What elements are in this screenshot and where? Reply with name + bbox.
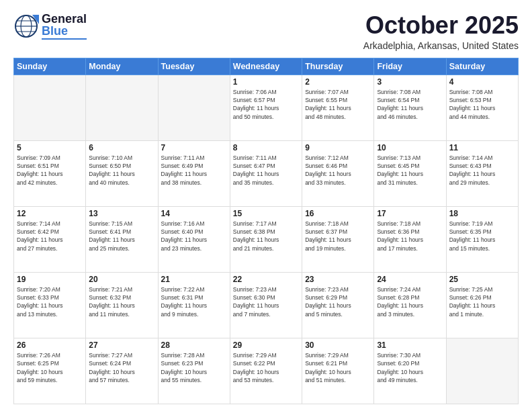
day-info: Sunrise: 7:22 AMSunset: 6:31 PMDaylight:… — [161, 285, 227, 318]
day-number: 25 — [449, 275, 515, 284]
day-info: Sunrise: 7:20 AMSunset: 6:33 PMDaylight:… — [17, 285, 83, 318]
day-number: 2 — [305, 77, 371, 87]
table-row: 2Sunrise: 7:07 AMSunset: 6:55 PMDaylight… — [302, 75, 374, 140]
table-row: 21Sunrise: 7:22 AMSunset: 6:31 PMDayligh… — [158, 272, 230, 338]
table-row: 16Sunrise: 7:18 AMSunset: 6:37 PMDayligh… — [302, 206, 374, 272]
table-row: 29Sunrise: 7:29 AMSunset: 6:22 PMDayligh… — [230, 338, 302, 404]
day-info: Sunrise: 7:14 AMSunset: 6:43 PMDaylight:… — [449, 154, 515, 187]
day-info: Sunrise: 7:10 AMSunset: 6:50 PMDaylight:… — [89, 154, 154, 187]
day-number: 22 — [233, 275, 299, 284]
table-row: 9Sunrise: 7:12 AMSunset: 6:46 PMDaylight… — [302, 140, 374, 206]
day-number: 6 — [89, 143, 154, 152]
day-info: Sunrise: 7:25 AMSunset: 6:26 PMDaylight:… — [449, 285, 515, 318]
col-thursday: Thursday — [302, 58, 374, 75]
day-number: 7 — [161, 143, 227, 152]
day-number: 10 — [377, 143, 443, 152]
table-row: 24Sunrise: 7:24 AMSunset: 6:28 PMDayligh… — [374, 272, 446, 338]
day-info: Sunrise: 7:11 AMSunset: 6:49 PMDaylight:… — [161, 154, 227, 187]
day-number: 26 — [17, 340, 83, 350]
calendar-week-row: 19Sunrise: 7:20 AMSunset: 6:33 PMDayligh… — [14, 272, 519, 338]
day-info: Sunrise: 7:08 AMSunset: 6:54 PMDaylight:… — [377, 88, 443, 121]
table-row: 3Sunrise: 7:08 AMSunset: 6:54 PMDaylight… — [374, 75, 446, 140]
table-row: 25Sunrise: 7:25 AMSunset: 6:26 PMDayligh… — [446, 272, 518, 338]
table-row: 5Sunrise: 7:09 AMSunset: 6:51 PMDaylight… — [14, 140, 86, 206]
table-row: 7Sunrise: 7:11 AMSunset: 6:49 PMDaylight… — [158, 140, 230, 206]
day-number: 12 — [17, 209, 83, 218]
day-number: 1 — [233, 77, 299, 87]
day-number: 14 — [161, 209, 227, 218]
day-info: Sunrise: 7:15 AMSunset: 6:41 PMDaylight:… — [89, 220, 154, 253]
title-block: October 2025 Arkadelphia, Arkansas, Unit… — [363, 12, 519, 51]
day-info: Sunrise: 7:30 AMSunset: 6:20 PMDaylight:… — [377, 351, 443, 384]
day-number: 16 — [305, 209, 371, 218]
svg-marker-5 — [32, 15, 39, 24]
col-sunday: Sunday — [14, 58, 86, 75]
col-tuesday: Tuesday — [158, 58, 230, 75]
day-info: Sunrise: 7:08 AMSunset: 6:53 PMDaylight:… — [449, 88, 515, 121]
day-info: Sunrise: 7:12 AMSunset: 6:46 PMDaylight:… — [305, 154, 371, 187]
day-info: Sunrise: 7:23 AMSunset: 6:30 PMDaylight:… — [233, 285, 299, 318]
day-number: 5 — [17, 143, 83, 152]
calendar-week-row: 26Sunrise: 7:26 AMSunset: 6:25 PMDayligh… — [14, 338, 519, 404]
logo-general-text: General — [42, 13, 87, 25]
col-friday: Friday — [374, 58, 446, 75]
day-number: 17 — [377, 209, 443, 218]
day-info: Sunrise: 7:09 AMSunset: 6:51 PMDaylight:… — [17, 154, 83, 187]
logo-icon — [13, 12, 39, 40]
day-info: Sunrise: 7:16 AMSunset: 6:40 PMDaylight:… — [161, 220, 227, 253]
day-number: 9 — [305, 143, 371, 152]
table-row: 12Sunrise: 7:14 AMSunset: 6:42 PMDayligh… — [14, 206, 86, 272]
calendar-week-row: 1Sunrise: 7:06 AMSunset: 6:57 PMDaylight… — [14, 75, 519, 140]
table-row — [446, 338, 518, 404]
table-row: 14Sunrise: 7:16 AMSunset: 6:40 PMDayligh… — [158, 206, 230, 272]
table-row: 23Sunrise: 7:23 AMSunset: 6:29 PMDayligh… — [302, 272, 374, 338]
table-row — [86, 75, 158, 140]
day-number: 19 — [17, 275, 83, 284]
logo-blue-text: Blue — [42, 25, 87, 37]
day-info: Sunrise: 7:19 AMSunset: 6:35 PMDaylight:… — [449, 220, 515, 253]
location: Arkadelphia, Arkansas, United States — [363, 40, 519, 51]
day-number: 13 — [89, 209, 154, 218]
table-row: 10Sunrise: 7:13 AMSunset: 6:45 PMDayligh… — [374, 140, 446, 206]
table-row: 4Sunrise: 7:08 AMSunset: 6:53 PMDaylight… — [446, 75, 518, 140]
day-info: Sunrise: 7:26 AMSunset: 6:25 PMDaylight:… — [17, 351, 83, 384]
page: General Blue October 2025 Arkadelphia, A… — [0, 0, 532, 411]
day-info: Sunrise: 7:29 AMSunset: 6:22 PMDaylight:… — [233, 351, 299, 384]
table-row: 22Sunrise: 7:23 AMSunset: 6:30 PMDayligh… — [230, 272, 302, 338]
col-monday: Monday — [86, 58, 158, 75]
table-row: 27Sunrise: 7:27 AMSunset: 6:24 PMDayligh… — [86, 338, 158, 404]
day-info: Sunrise: 7:18 AMSunset: 6:37 PMDaylight:… — [305, 220, 371, 253]
table-row: 18Sunrise: 7:19 AMSunset: 6:35 PMDayligh… — [446, 206, 518, 272]
day-number: 8 — [233, 143, 299, 152]
table-row: 13Sunrise: 7:15 AMSunset: 6:41 PMDayligh… — [86, 206, 158, 272]
table-row: 17Sunrise: 7:18 AMSunset: 6:36 PMDayligh… — [374, 206, 446, 272]
col-wednesday: Wednesday — [230, 58, 302, 75]
day-info: Sunrise: 7:28 AMSunset: 6:23 PMDaylight:… — [161, 351, 227, 384]
table-row: 6Sunrise: 7:10 AMSunset: 6:50 PMDaylight… — [86, 140, 158, 206]
day-number: 29 — [233, 340, 299, 350]
day-info: Sunrise: 7:27 AMSunset: 6:24 PMDaylight:… — [89, 351, 154, 384]
day-number: 20 — [89, 275, 154, 284]
day-number: 21 — [161, 275, 227, 284]
day-info: Sunrise: 7:24 AMSunset: 6:28 PMDaylight:… — [377, 285, 443, 318]
table-row: 15Sunrise: 7:17 AMSunset: 6:38 PMDayligh… — [230, 206, 302, 272]
table-row: 8Sunrise: 7:11 AMSunset: 6:47 PMDaylight… — [230, 140, 302, 206]
table-row: 11Sunrise: 7:14 AMSunset: 6:43 PMDayligh… — [446, 140, 518, 206]
day-info: Sunrise: 7:14 AMSunset: 6:42 PMDaylight:… — [17, 220, 83, 253]
day-info: Sunrise: 7:13 AMSunset: 6:45 PMDaylight:… — [377, 154, 443, 187]
day-number: 3 — [377, 77, 443, 87]
day-info: Sunrise: 7:06 AMSunset: 6:57 PMDaylight:… — [233, 88, 299, 121]
day-number: 4 — [449, 77, 515, 87]
calendar-header-row: Sunday Monday Tuesday Wednesday Thursday… — [14, 58, 519, 75]
logo-name: General Blue — [42, 13, 87, 40]
day-info: Sunrise: 7:21 AMSunset: 6:32 PMDaylight:… — [89, 285, 154, 318]
table-row: 26Sunrise: 7:26 AMSunset: 6:25 PMDayligh… — [14, 338, 86, 404]
month-title: October 2025 — [363, 12, 519, 39]
calendar-week-row: 5Sunrise: 7:09 AMSunset: 6:51 PMDaylight… — [14, 140, 519, 206]
day-info: Sunrise: 7:11 AMSunset: 6:47 PMDaylight:… — [233, 154, 299, 187]
logo: General Blue — [13, 12, 87, 40]
day-number: 28 — [161, 340, 227, 350]
day-info: Sunrise: 7:07 AMSunset: 6:55 PMDaylight:… — [305, 88, 371, 121]
day-number: 11 — [449, 143, 515, 152]
table-row: 19Sunrise: 7:20 AMSunset: 6:33 PMDayligh… — [14, 272, 86, 338]
